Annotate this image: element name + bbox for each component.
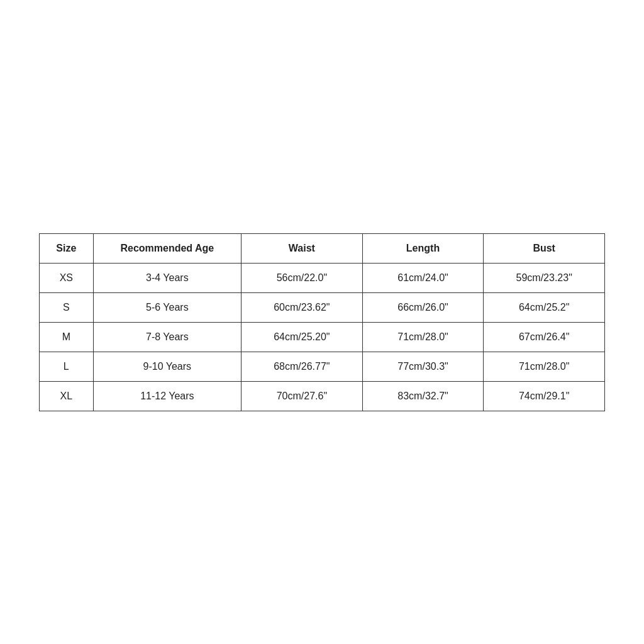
cell-size: XL (40, 381, 94, 411)
cell-length: 71cm/28.0" (362, 322, 484, 352)
cell-length: 66cm/26.0" (362, 292, 484, 322)
cell-age: 7-8 Years (93, 322, 241, 352)
table-row: M7-8 Years64cm/25.20"71cm/28.0"67cm/26.4… (40, 322, 605, 352)
cell-age: 5-6 Years (93, 292, 241, 322)
table-row: S5-6 Years60cm/23.62"66cm/26.0"64cm/25.2… (40, 292, 605, 322)
header-waist: Waist (242, 233, 363, 263)
cell-bust: 71cm/28.0" (484, 352, 605, 381)
cell-size: XS (40, 263, 94, 292)
table-header-row: Size Recommended Age Waist Length Bust (40, 233, 605, 263)
header-bust: Bust (484, 233, 605, 263)
cell-size: M (40, 322, 94, 352)
cell-waist: 70cm/27.6" (242, 381, 363, 411)
size-chart-table: Size Recommended Age Waist Length Bust X… (39, 233, 605, 411)
cell-waist: 60cm/23.62" (242, 292, 363, 322)
cell-size: S (40, 292, 94, 322)
header-size: Size (40, 233, 94, 263)
table-row: XL11-12 Years70cm/27.6"83cm/32.7"74cm/29… (40, 381, 605, 411)
cell-bust: 74cm/29.1" (484, 381, 605, 411)
cell-length: 61cm/24.0" (362, 263, 484, 292)
cell-length: 77cm/30.3" (362, 352, 484, 381)
table-row: L9-10 Years68cm/26.77"77cm/30.3"71cm/28.… (40, 352, 605, 381)
cell-size: L (40, 352, 94, 381)
header-length: Length (362, 233, 484, 263)
header-recommended-age: Recommended Age (93, 233, 241, 263)
cell-length: 83cm/32.7" (362, 381, 484, 411)
cell-age: 11-12 Years (93, 381, 241, 411)
cell-age: 9-10 Years (93, 352, 241, 381)
cell-waist: 64cm/25.20" (242, 322, 363, 352)
cell-bust: 64cm/25.2" (484, 292, 605, 322)
size-chart-container: Size Recommended Age Waist Length Bust X… (39, 233, 605, 411)
cell-bust: 59cm/23.23" (484, 263, 605, 292)
cell-age: 3-4 Years (93, 263, 241, 292)
cell-waist: 56cm/22.0" (242, 263, 363, 292)
table-row: XS3-4 Years56cm/22.0"61cm/24.0"59cm/23.2… (40, 263, 605, 292)
cell-bust: 67cm/26.4" (484, 322, 605, 352)
cell-waist: 68cm/26.77" (242, 352, 363, 381)
